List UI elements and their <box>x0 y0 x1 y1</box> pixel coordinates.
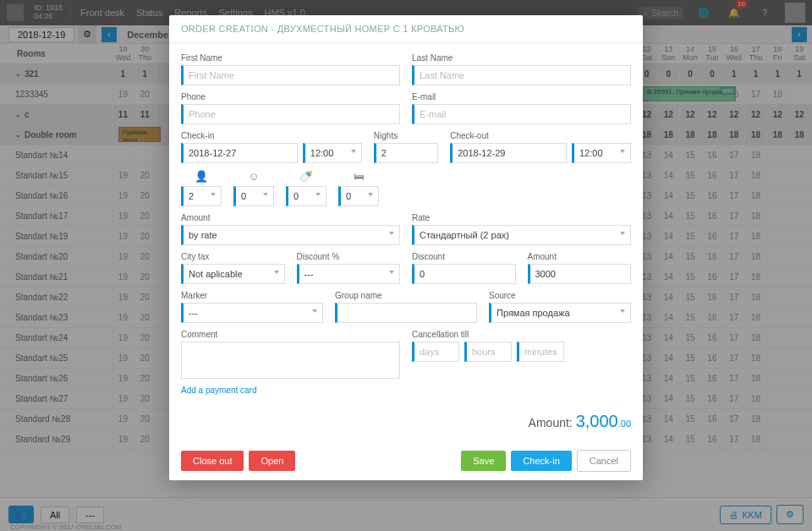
rate-select[interactable]: Стандартный (2 pax) <box>412 225 631 245</box>
beds-select[interactable]: 0 <box>338 186 379 206</box>
total-amount: Amount: 3,000.00 <box>169 405 643 441</box>
cancel-till-label: Cancellation till <box>412 330 631 339</box>
last-name-input[interactable]: Last Name <box>412 65 631 85</box>
checkout-label: Check-out <box>450 131 631 140</box>
comment-label: Comment <box>181 330 400 339</box>
add-payment-card-link[interactable]: Add a payment card <box>181 386 631 395</box>
city-tax-label: City tax <box>181 252 285 261</box>
open-button[interactable]: Open <box>249 451 295 471</box>
cancel-days-input[interactable]: days <box>412 342 459 362</box>
source-label: Source <box>489 291 631 300</box>
last-name-label: Last Name <box>412 53 631 63</box>
rate-label: Rate <box>412 213 631 222</box>
adults-select[interactable]: 2 <box>181 186 222 206</box>
discount-label: Discount <box>412 252 516 261</box>
children-select[interactable]: 0 <box>233 186 274 206</box>
marker-label: Marker <box>181 291 323 300</box>
cancel-hours-input[interactable]: hours <box>464 342 512 362</box>
email-label: E-mail <box>412 92 631 101</box>
modal-header: ORDER CREATION - ДВУХМЕСТНЫЙ НОМЕР С 1 К… <box>169 15 643 43</box>
modal-footer: Close out Open Save Check-in Cancel <box>169 441 643 480</box>
cancel-button[interactable]: Cancel <box>577 450 631 472</box>
discount-pct-select[interactable]: --- <box>297 264 401 284</box>
discount-input[interactable]: 0 <box>412 264 516 284</box>
amount-input[interactable]: 3000 <box>528 264 632 284</box>
infants-select[interactable]: 0 <box>286 186 326 206</box>
checkin-time-select[interactable]: 12:00 <box>303 143 362 163</box>
beds-icon: 🛏 <box>338 170 379 183</box>
group-input[interactable] <box>335 303 477 323</box>
city-tax-select[interactable]: Not aplicable <box>181 264 285 284</box>
amount2-label: Amount <box>528 252 632 261</box>
nights-input[interactable]: 2 <box>374 143 438 163</box>
first-name-label: First Name <box>181 53 400 63</box>
source-select[interactable]: Прямая продажа <box>489 303 631 323</box>
phone-input[interactable]: Phone <box>181 104 400 124</box>
modal-title: ORDER CREATION - ДВУХМЕСТНЫЙ НОМЕР С 1 К… <box>181 24 631 34</box>
amount-mode-select[interactable]: by rate <box>181 225 400 245</box>
phone-label: Phone <box>181 92 400 101</box>
amount-mode-label: Amount <box>181 213 400 222</box>
order-creation-modal: ORDER CREATION - ДВУХМЕСТНЫЙ НОМЕР С 1 К… <box>169 15 643 480</box>
checkin-date-input[interactable]: 2018-12-27 <box>181 143 298 163</box>
children-icon: ☺ <box>233 170 274 183</box>
comment-textarea[interactable] <box>181 342 400 379</box>
cancel-minutes-input[interactable]: minutes <box>517 342 564 362</box>
marker-select[interactable]: --- <box>181 303 323 323</box>
infants-icon: 🍼 <box>286 170 326 183</box>
group-label: Group name <box>335 291 477 300</box>
checkout-time-select[interactable]: 12:00 <box>572 143 631 163</box>
nights-label: Nights <box>374 131 438 140</box>
email-input[interactable]: E-mail <box>412 104 631 124</box>
checkin-button[interactable]: Check-in <box>511 451 571 471</box>
close-out-button[interactable]: Close out <box>181 451 244 471</box>
modal-overlay: ORDER CREATION - ДВУХМЕСТНЫЙ НОМЕР С 1 К… <box>0 0 812 531</box>
discount-pct-label: Discount % <box>297 252 401 261</box>
checkin-label: Check-in <box>181 131 362 140</box>
first-name-input[interactable]: First Name <box>181 65 400 85</box>
adults-icon: 👤 <box>181 170 222 183</box>
checkout-date-input[interactable]: 2018-12-29 <box>450 143 567 163</box>
save-button[interactable]: Save <box>461 451 506 471</box>
